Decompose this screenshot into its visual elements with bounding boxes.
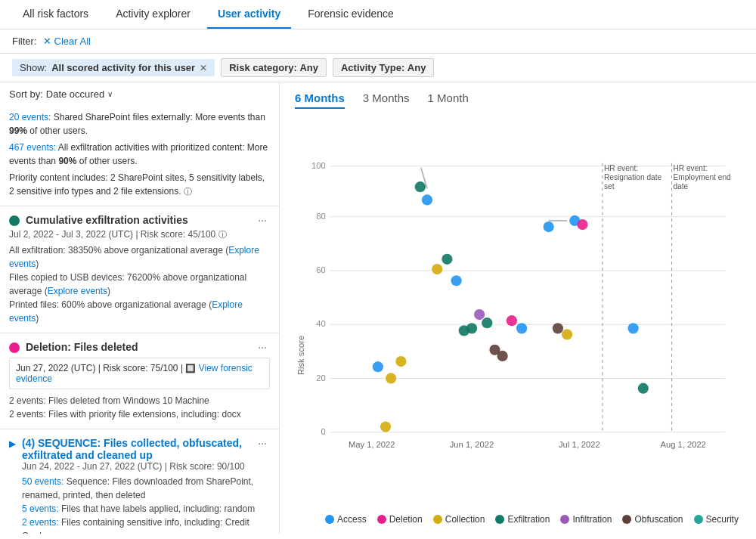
activity-title-cumulative: Cumulative exfiltration activities: [26, 214, 249, 226]
forensic-icon: 🔲: [185, 364, 196, 373]
activity-item-cumulative: Cumulative exfiltration activities ··· J…: [0, 206, 279, 333]
legend-label-obfuscation: Obfuscation: [634, 514, 683, 525]
x-icon: ✕: [43, 36, 51, 47]
legend-collection: Collection: [433, 514, 485, 525]
svg-point-30: [380, 421, 391, 432]
svg-text:80: 80: [316, 212, 325, 221]
legend-dot-deletion: [377, 515, 386, 524]
clear-filter-button[interactable]: ✕ Clear All: [43, 36, 91, 47]
legend-dot-access: [325, 515, 334, 524]
info-summary: 20 events: Shared SharePoint files exter…: [0, 106, 279, 206]
tab-all-risk[interactable]: All risk factors: [12, 0, 99, 29]
activity-body-sequence: 50 events: Sequence: Files downloaded fr…: [22, 475, 270, 534]
right-panel: 6 Months 3 Months 1 Month Risk score 0 2…: [280, 82, 756, 534]
events-20-link[interactable]: 20 events:: [9, 112, 51, 122]
time-tabs: 6 Months 3 Months 1 Month: [295, 91, 741, 109]
svg-point-32: [422, 194, 432, 205]
svg-text:date: date: [673, 182, 688, 191]
sort-bar: Sort by: Date occured ∨: [0, 82, 279, 106]
legend-dot-security: [694, 515, 703, 524]
svg-point-43: [516, 323, 527, 333]
svg-point-48: [577, 219, 587, 230]
svg-text:Employment end: Employment end: [673, 173, 730, 181]
tab-user-activity[interactable]: User activity: [207, 0, 291, 29]
seq-events-2[interactable]: 2 events:: [22, 517, 59, 528]
svg-text:0: 0: [321, 427, 325, 436]
tab-activity-explorer[interactable]: Activity explorer: [105, 0, 201, 29]
chevron-down-icon: ∨: [107, 90, 113, 98]
legend-security: Security: [694, 514, 739, 525]
svg-point-33: [432, 264, 442, 274]
more-menu-sequence[interactable]: ···: [255, 437, 270, 449]
legend-label-security: Security: [706, 514, 739, 525]
activity-body-deletion: 2 events: Files deleted from Windows 10 …: [9, 394, 270, 421]
svg-text:Aug 1, 2022: Aug 1, 2022: [661, 440, 706, 449]
svg-text:May 1, 2022: May 1, 2022: [349, 440, 395, 449]
chip-x-icon[interactable]: ✕: [200, 63, 207, 73]
svg-point-31: [415, 181, 426, 192]
svg-point-38: [474, 309, 485, 320]
chart-area: Risk score 0 20 40 60 80 100: [295, 118, 741, 508]
explore-events-link-3[interactable]: Explore events: [9, 299, 243, 324]
seq-events-50[interactable]: 50 events:: [22, 476, 64, 487]
legend-label-deletion: Deletion: [389, 514, 423, 525]
sort-value[interactable]: Date occured: [46, 88, 104, 100]
forensic-meta: Jun 27, 2022 (UTC) | Risk score: 75/100 …: [16, 363, 183, 373]
legend-dot-obfuscation: [622, 515, 631, 524]
info-icon: ⓘ: [184, 187, 192, 196]
svg-text:100: 100: [311, 161, 326, 170]
svg-text:HR event:: HR event:: [673, 164, 707, 172]
tab-3months[interactable]: 3 Months: [363, 91, 410, 109]
tab-6months[interactable]: 6 Months: [295, 91, 345, 109]
svg-point-46: [562, 329, 572, 339]
svg-point-35: [451, 275, 462, 286]
activity-type-filter[interactable]: Activity Type: Any: [333, 58, 434, 77]
tab-forensic[interactable]: Forensic evidence: [297, 0, 404, 29]
more-menu-cumulative[interactable]: ···: [255, 214, 270, 226]
svg-point-42: [507, 315, 517, 326]
activity-title-deletion: Deletion: Files deleted: [26, 341, 249, 353]
svg-text:Jul 1, 2022: Jul 1, 2022: [559, 440, 600, 449]
legend-exfiltration: Exfiltration: [495, 514, 550, 525]
svg-point-44: [544, 221, 554, 232]
legend-access: Access: [325, 514, 367, 525]
svg-point-41: [497, 351, 508, 361]
events-467-link[interactable]: 467 events:: [9, 142, 56, 153]
more-menu-deletion[interactable]: ···: [255, 341, 270, 353]
svg-point-34: [442, 254, 452, 265]
risk-category-filter[interactable]: Risk category: Any: [221, 58, 327, 77]
legend-obfuscation: Obfuscation: [622, 514, 683, 525]
activity-item-deletion: Deletion: Files deleted ··· Jun 27, 2022…: [0, 333, 279, 429]
show-chip[interactable]: Show: All scored activity for this user …: [12, 59, 215, 76]
expand-icon[interactable]: ▶: [9, 438, 16, 449]
info-icon-meta: ⓘ: [218, 230, 227, 239]
filter-label: Filter:: [12, 36, 37, 47]
explore-events-link-1[interactable]: Explore events: [9, 245, 259, 269]
tab-1month[interactable]: 1 Month: [428, 91, 469, 109]
legend-infiltration: Infiltration: [560, 514, 612, 525]
legend-dot-infiltration: [560, 515, 569, 524]
svg-point-49: [627, 323, 638, 333]
legend-label-collection: Collection: [445, 514, 485, 525]
svg-point-50: [638, 383, 649, 394]
activity-meta-cumulative: Jul 2, 2022 - Jul 3, 2022 (UTC) | Risk s…: [9, 229, 270, 240]
scatter-chart: Risk score 0 20 40 60 80 100: [295, 118, 741, 508]
svg-point-27: [373, 361, 383, 372]
svg-text:20: 20: [316, 373, 325, 383]
forensic-box: Jun 27, 2022 (UTC) | Risk score: 75/100 …: [9, 358, 270, 389]
svg-text:Jun 1, 2022: Jun 1, 2022: [450, 440, 494, 449]
svg-text:40: 40: [316, 319, 325, 328]
legend-dot-collection: [433, 515, 442, 524]
svg-point-45: [553, 323, 563, 333]
svg-text:Resignation date: Resignation date: [604, 173, 662, 181]
svg-point-39: [482, 318, 492, 328]
legend-label-access: Access: [337, 514, 367, 525]
dot-pink: [9, 342, 20, 353]
activity-meta-sequence: Jun 24, 2022 - Jun 27, 2022 (UTC) | Risk…: [22, 461, 270, 472]
main-content: Sort by: Date occured ∨ 20 events: Share…: [0, 82, 756, 534]
svg-text:set: set: [604, 182, 615, 191]
svg-text:Risk score: Risk score: [296, 336, 305, 375]
seq-events-5[interactable]: 5 events:: [22, 503, 59, 514]
filter-bar: Filter: ✕ Clear All: [0, 29, 756, 54]
explore-events-link-2[interactable]: Explore events: [48, 286, 107, 296]
